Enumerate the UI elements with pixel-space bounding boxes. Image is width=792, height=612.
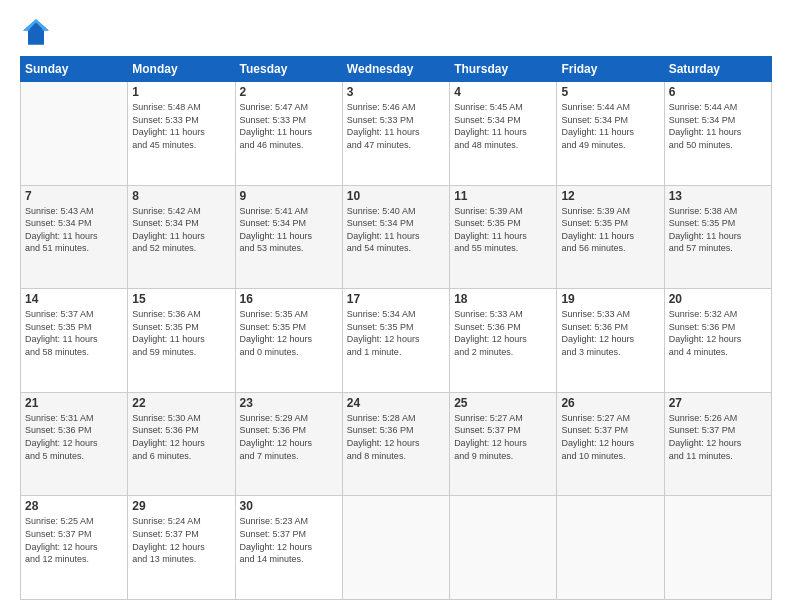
calendar-cell: 15Sunrise: 5:36 AM Sunset: 5:35 PM Dayli… (128, 289, 235, 393)
day-number: 30 (240, 499, 338, 513)
calendar-week-row: 1Sunrise: 5:48 AM Sunset: 5:33 PM Daylig… (21, 82, 772, 186)
day-number: 11 (454, 189, 552, 203)
calendar-cell: 11Sunrise: 5:39 AM Sunset: 5:35 PM Dayli… (450, 185, 557, 289)
day-number: 13 (669, 189, 767, 203)
day-number: 9 (240, 189, 338, 203)
logo (20, 16, 56, 48)
day-info: Sunrise: 5:32 AM Sunset: 5:36 PM Dayligh… (669, 308, 767, 358)
calendar-cell: 23Sunrise: 5:29 AM Sunset: 5:36 PM Dayli… (235, 392, 342, 496)
calendar-cell: 3Sunrise: 5:46 AM Sunset: 5:33 PM Daylig… (342, 82, 449, 186)
day-info: Sunrise: 5:35 AM Sunset: 5:35 PM Dayligh… (240, 308, 338, 358)
calendar-cell: 5Sunrise: 5:44 AM Sunset: 5:34 PM Daylig… (557, 82, 664, 186)
day-info: Sunrise: 5:44 AM Sunset: 5:34 PM Dayligh… (669, 101, 767, 151)
day-info: Sunrise: 5:24 AM Sunset: 5:37 PM Dayligh… (132, 515, 230, 565)
svg-marker-0 (23, 19, 49, 45)
calendar-cell: 2Sunrise: 5:47 AM Sunset: 5:33 PM Daylig… (235, 82, 342, 186)
calendar-cell: 16Sunrise: 5:35 AM Sunset: 5:35 PM Dayli… (235, 289, 342, 393)
calendar-cell: 26Sunrise: 5:27 AM Sunset: 5:37 PM Dayli… (557, 392, 664, 496)
calendar-cell: 30Sunrise: 5:23 AM Sunset: 5:37 PM Dayli… (235, 496, 342, 600)
day-number: 3 (347, 85, 445, 99)
weekday-header-thursday: Thursday (450, 57, 557, 82)
weekday-header-wednesday: Wednesday (342, 57, 449, 82)
day-info: Sunrise: 5:44 AM Sunset: 5:34 PM Dayligh… (561, 101, 659, 151)
day-info: Sunrise: 5:37 AM Sunset: 5:35 PM Dayligh… (25, 308, 123, 358)
calendar-cell: 10Sunrise: 5:40 AM Sunset: 5:34 PM Dayli… (342, 185, 449, 289)
day-number: 12 (561, 189, 659, 203)
calendar-header-row: SundayMondayTuesdayWednesdayThursdayFrid… (21, 57, 772, 82)
day-number: 22 (132, 396, 230, 410)
calendar-week-row: 14Sunrise: 5:37 AM Sunset: 5:35 PM Dayli… (21, 289, 772, 393)
day-info: Sunrise: 5:23 AM Sunset: 5:37 PM Dayligh… (240, 515, 338, 565)
day-number: 24 (347, 396, 445, 410)
day-info: Sunrise: 5:40 AM Sunset: 5:34 PM Dayligh… (347, 205, 445, 255)
calendar-cell (664, 496, 771, 600)
day-info: Sunrise: 5:34 AM Sunset: 5:35 PM Dayligh… (347, 308, 445, 358)
day-number: 18 (454, 292, 552, 306)
weekday-header-saturday: Saturday (664, 57, 771, 82)
day-number: 6 (669, 85, 767, 99)
day-info: Sunrise: 5:39 AM Sunset: 5:35 PM Dayligh… (454, 205, 552, 255)
calendar-table: SundayMondayTuesdayWednesdayThursdayFrid… (20, 56, 772, 600)
calendar-cell: 21Sunrise: 5:31 AM Sunset: 5:36 PM Dayli… (21, 392, 128, 496)
calendar-cell (21, 82, 128, 186)
calendar-cell: 18Sunrise: 5:33 AM Sunset: 5:36 PM Dayli… (450, 289, 557, 393)
day-number: 26 (561, 396, 659, 410)
day-number: 1 (132, 85, 230, 99)
header (20, 16, 772, 48)
day-number: 2 (240, 85, 338, 99)
weekday-header-friday: Friday (557, 57, 664, 82)
day-number: 28 (25, 499, 123, 513)
calendar-cell: 13Sunrise: 5:38 AM Sunset: 5:35 PM Dayli… (664, 185, 771, 289)
page: SundayMondayTuesdayWednesdayThursdayFrid… (0, 0, 792, 612)
calendar-cell: 19Sunrise: 5:33 AM Sunset: 5:36 PM Dayli… (557, 289, 664, 393)
calendar-week-row: 21Sunrise: 5:31 AM Sunset: 5:36 PM Dayli… (21, 392, 772, 496)
calendar-cell: 8Sunrise: 5:42 AM Sunset: 5:34 PM Daylig… (128, 185, 235, 289)
calendar-cell: 29Sunrise: 5:24 AM Sunset: 5:37 PM Dayli… (128, 496, 235, 600)
day-info: Sunrise: 5:46 AM Sunset: 5:33 PM Dayligh… (347, 101, 445, 151)
day-info: Sunrise: 5:47 AM Sunset: 5:33 PM Dayligh… (240, 101, 338, 151)
day-number: 21 (25, 396, 123, 410)
calendar-cell (557, 496, 664, 600)
calendar-cell: 9Sunrise: 5:41 AM Sunset: 5:34 PM Daylig… (235, 185, 342, 289)
day-number: 15 (132, 292, 230, 306)
weekday-header-sunday: Sunday (21, 57, 128, 82)
day-info: Sunrise: 5:26 AM Sunset: 5:37 PM Dayligh… (669, 412, 767, 462)
calendar-cell: 14Sunrise: 5:37 AM Sunset: 5:35 PM Dayli… (21, 289, 128, 393)
logo-icon (20, 16, 52, 48)
day-info: Sunrise: 5:39 AM Sunset: 5:35 PM Dayligh… (561, 205, 659, 255)
calendar-week-row: 28Sunrise: 5:25 AM Sunset: 5:37 PM Dayli… (21, 496, 772, 600)
calendar-cell: 28Sunrise: 5:25 AM Sunset: 5:37 PM Dayli… (21, 496, 128, 600)
day-number: 19 (561, 292, 659, 306)
day-info: Sunrise: 5:30 AM Sunset: 5:36 PM Dayligh… (132, 412, 230, 462)
calendar-week-row: 7Sunrise: 5:43 AM Sunset: 5:34 PM Daylig… (21, 185, 772, 289)
calendar-cell: 17Sunrise: 5:34 AM Sunset: 5:35 PM Dayli… (342, 289, 449, 393)
day-info: Sunrise: 5:36 AM Sunset: 5:35 PM Dayligh… (132, 308, 230, 358)
day-info: Sunrise: 5:45 AM Sunset: 5:34 PM Dayligh… (454, 101, 552, 151)
day-number: 27 (669, 396, 767, 410)
day-info: Sunrise: 5:25 AM Sunset: 5:37 PM Dayligh… (25, 515, 123, 565)
day-info: Sunrise: 5:31 AM Sunset: 5:36 PM Dayligh… (25, 412, 123, 462)
day-number: 8 (132, 189, 230, 203)
calendar-cell: 25Sunrise: 5:27 AM Sunset: 5:37 PM Dayli… (450, 392, 557, 496)
day-number: 25 (454, 396, 552, 410)
day-info: Sunrise: 5:48 AM Sunset: 5:33 PM Dayligh… (132, 101, 230, 151)
calendar-cell (342, 496, 449, 600)
day-number: 4 (454, 85, 552, 99)
calendar-cell: 22Sunrise: 5:30 AM Sunset: 5:36 PM Dayli… (128, 392, 235, 496)
day-number: 29 (132, 499, 230, 513)
calendar-cell: 20Sunrise: 5:32 AM Sunset: 5:36 PM Dayli… (664, 289, 771, 393)
day-info: Sunrise: 5:33 AM Sunset: 5:36 PM Dayligh… (454, 308, 552, 358)
day-info: Sunrise: 5:38 AM Sunset: 5:35 PM Dayligh… (669, 205, 767, 255)
day-info: Sunrise: 5:42 AM Sunset: 5:34 PM Dayligh… (132, 205, 230, 255)
day-number: 14 (25, 292, 123, 306)
day-number: 17 (347, 292, 445, 306)
day-info: Sunrise: 5:29 AM Sunset: 5:36 PM Dayligh… (240, 412, 338, 462)
calendar-cell (450, 496, 557, 600)
day-number: 7 (25, 189, 123, 203)
calendar-cell: 4Sunrise: 5:45 AM Sunset: 5:34 PM Daylig… (450, 82, 557, 186)
calendar-cell: 27Sunrise: 5:26 AM Sunset: 5:37 PM Dayli… (664, 392, 771, 496)
day-info: Sunrise: 5:28 AM Sunset: 5:36 PM Dayligh… (347, 412, 445, 462)
calendar-cell: 24Sunrise: 5:28 AM Sunset: 5:36 PM Dayli… (342, 392, 449, 496)
day-info: Sunrise: 5:27 AM Sunset: 5:37 PM Dayligh… (454, 412, 552, 462)
calendar-cell: 12Sunrise: 5:39 AM Sunset: 5:35 PM Dayli… (557, 185, 664, 289)
